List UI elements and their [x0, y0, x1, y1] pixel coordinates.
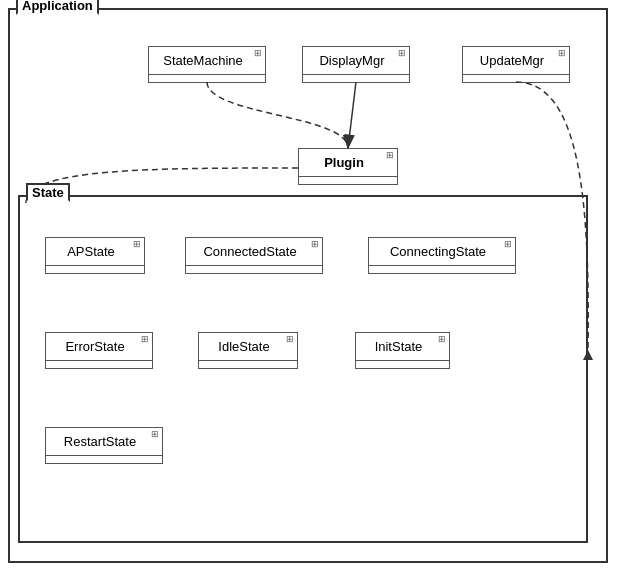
connectingstate-icon: ⊞	[504, 240, 512, 249]
apstate-box: ⊞ APState	[45, 237, 145, 274]
plugin-divider	[299, 176, 397, 184]
apstate-icon: ⊞	[133, 240, 141, 249]
errorstate-icon: ⊞	[141, 335, 149, 344]
statemachine-box: ⊞ StateMachine	[148, 46, 266, 83]
initstate-icon: ⊞	[438, 335, 446, 344]
updatemgr-divider	[463, 74, 569, 82]
updatemgr-label: UpdateMgr	[463, 47, 569, 74]
connectedstate-divider	[186, 265, 322, 273]
connectedstate-label: ConnectedState	[186, 238, 322, 265]
restartstate-icon: ⊞	[151, 430, 159, 439]
statemachine-label: StateMachine	[149, 47, 265, 74]
displaymgr-box: ⊞ DisplayMgr	[302, 46, 410, 83]
displaymgr-icon: ⊞	[398, 49, 406, 58]
errorstate-label: ErrorState	[46, 333, 152, 360]
plugin-box: ⊞ Plugin	[298, 148, 398, 185]
connectedstate-box: ⊞ ConnectedState	[185, 237, 323, 274]
displaymgr-label: DisplayMgr	[303, 47, 409, 74]
restartstate-label: RestartState	[46, 428, 162, 455]
displaymgr-divider	[303, 74, 409, 82]
errorstate-divider	[46, 360, 152, 368]
connectingstate-label: ConnectingState	[369, 238, 515, 265]
initstate-label: InitState	[356, 333, 449, 360]
updatemgr-box: ⊞ UpdateMgr	[462, 46, 570, 83]
updatemgr-icon: ⊞	[558, 49, 566, 58]
state-label: State	[26, 183, 70, 202]
errorstate-box: ⊞ ErrorState	[45, 332, 153, 369]
idlestate-box: ⊞ IdleState	[198, 332, 298, 369]
restartstate-divider	[46, 455, 162, 463]
statemachine-divider	[149, 74, 265, 82]
plugin-label: Plugin	[299, 149, 397, 176]
restartstate-box: ⊞ RestartState	[45, 427, 163, 464]
connectedstate-icon: ⊞	[311, 240, 319, 249]
application-label: Application	[16, 0, 99, 15]
statemachine-icon: ⊞	[254, 49, 262, 58]
idlestate-divider	[199, 360, 297, 368]
apstate-divider	[46, 265, 144, 273]
initstate-divider	[356, 360, 449, 368]
idlestate-label: IdleState	[199, 333, 297, 360]
diagram-container: Application ⊞ StateMachine ⊞ DisplayMgr …	[0, 0, 619, 574]
idlestate-icon: ⊞	[286, 335, 294, 344]
initstate-box: ⊞ InitState	[355, 332, 450, 369]
plugin-icon: ⊞	[386, 151, 394, 160]
connectingstate-divider	[369, 265, 515, 273]
connectingstate-box: ⊞ ConnectingState	[368, 237, 516, 274]
apstate-label: APState	[46, 238, 144, 265]
